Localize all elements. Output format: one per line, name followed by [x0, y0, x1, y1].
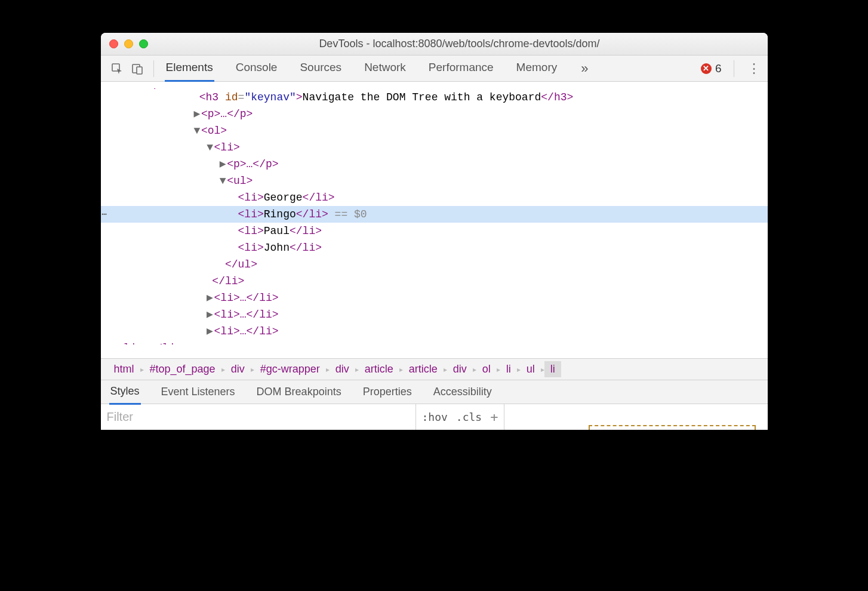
- panel-tabs: Elements Console Sources Network Perform…: [165, 55, 559, 82]
- dom-node[interactable]: ▶<li>…</li>: [101, 340, 768, 344]
- collapse-arrow-icon[interactable]: ▼: [206, 139, 214, 156]
- zoom-window-button[interactable]: [139, 39, 148, 48]
- crumb-li-selected[interactable]: li: [544, 361, 561, 377]
- hov-toggle[interactable]: :hov: [422, 411, 448, 423]
- dom-node[interactable]: ▶<li>…</li>: [101, 323, 768, 340]
- breadcrumb: html▸ #top_of_page▸ div▸ #gc-wrapper▸ di…: [101, 358, 768, 380]
- styles-toolbar: :hov .cls +: [101, 404, 768, 430]
- crumb-ol[interactable]: ol: [476, 361, 497, 377]
- subtab-event-listeners[interactable]: Event Listeners: [160, 380, 236, 404]
- crumb-div[interactable]: div: [447, 361, 473, 377]
- dom-node-li-ringo-selected[interactable]: <li>Ringo</li> == $0: [101, 206, 768, 223]
- toolbar-divider: [734, 60, 734, 77]
- new-style-rule-button[interactable]: +: [490, 410, 498, 424]
- collapse-arrow-icon[interactable]: ▼: [218, 173, 227, 189]
- crumb-article[interactable]: article: [403, 361, 444, 377]
- subtab-dom-breakpoints[interactable]: DOM Breakpoints: [256, 380, 343, 404]
- dom-node[interactable]: ▼<ol>: [101, 122, 768, 139]
- dom-node[interactable]: ▼<ul>: [101, 173, 768, 189]
- expand-arrow-icon[interactable]: ▶: [218, 156, 227, 173]
- crumb-div[interactable]: div: [330, 361, 355, 377]
- dom-node[interactable]: ▶<p>…</p>: [101, 84, 768, 89]
- dom-node[interactable]: </ul>: [101, 256, 768, 273]
- dom-node[interactable]: ▶<p>…</p>: [101, 106, 768, 122]
- crumb-ul[interactable]: ul: [521, 361, 541, 377]
- settings-menu-button[interactable]: ⋮: [740, 61, 768, 76]
- crumb-gc-wrapper[interactable]: #gc-wrapper: [254, 361, 326, 377]
- dom-node-li-george[interactable]: <li>George</li>: [101, 189, 768, 206]
- crumb-top-of-page[interactable]: #top_of_page: [144, 361, 221, 377]
- tab-network[interactable]: Network: [363, 55, 407, 82]
- dom-node[interactable]: ▶<li>…</li>: [101, 290, 768, 306]
- expand-arrow-icon[interactable]: ▶: [206, 323, 214, 340]
- expand-arrow-icon[interactable]: ▶: [206, 290, 214, 306]
- crumb-article[interactable]: article: [359, 361, 399, 377]
- tab-memory[interactable]: Memory: [515, 55, 559, 82]
- device-toolbar-icon[interactable]: [127, 63, 147, 75]
- cls-toggle[interactable]: .cls: [456, 411, 482, 423]
- minimize-window-button[interactable]: [124, 39, 133, 48]
- main-toolbar: Elements Console Sources Network Perform…: [101, 56, 768, 82]
- error-count: 6: [715, 62, 722, 75]
- devtools-window: DevTools - localhost:8080/web/tools/chro…: [101, 33, 768, 430]
- margin-box-icon: [589, 425, 756, 430]
- inspect-icon[interactable]: [107, 63, 127, 75]
- crumb-div[interactable]: div: [225, 361, 251, 377]
- error-count-badge[interactable]: ✕ 6: [701, 62, 722, 75]
- crumb-li[interactable]: li: [500, 361, 517, 377]
- crumb-html[interactable]: html: [108, 361, 140, 377]
- titlebar: DevTools - localhost:8080/web/tools/chro…: [101, 33, 768, 56]
- expand-arrow-icon[interactable]: ▶: [193, 106, 201, 122]
- dom-node-li-john[interactable]: <li>John</li>: [101, 239, 768, 256]
- box-model-preview: [504, 404, 767, 430]
- close-window-button[interactable]: [109, 39, 118, 48]
- dom-node[interactable]: ▶<p>…</p>: [101, 156, 768, 173]
- styles-subtabs: Styles Event Listeners DOM Breakpoints P…: [101, 380, 768, 404]
- tab-console[interactable]: Console: [235, 55, 279, 82]
- tab-sources[interactable]: Sources: [298, 55, 343, 82]
- styles-filter-input[interactable]: [106, 407, 411, 427]
- dom-node[interactable]: ▶<li>…</li>: [101, 306, 768, 323]
- dom-node[interactable]: ▼<li>: [101, 139, 768, 156]
- dom-tree[interactable]: ▶<p>…</p> <h3 id="keynav">Navigate the D…: [101, 82, 768, 358]
- filter-input-wrap: [101, 404, 416, 430]
- collapse-arrow-icon[interactable]: ▼: [193, 122, 201, 139]
- tab-elements[interactable]: Elements: [165, 55, 214, 82]
- dom-node[interactable]: </li>: [101, 273, 768, 290]
- tab-performance[interactable]: Performance: [427, 55, 495, 82]
- subtab-styles[interactable]: Styles: [109, 380, 141, 405]
- subtab-accessibility[interactable]: Accessibility: [432, 380, 493, 404]
- dom-node[interactable]: <h3 id="keynav">Navigate the DOM Tree wi…: [101, 89, 768, 106]
- window-title: DevTools - localhost:8080/web/tools/chro…: [160, 38, 759, 50]
- traffic-lights: [109, 39, 148, 48]
- style-toggles: :hov .cls +: [416, 404, 505, 430]
- toolbar-divider: [153, 60, 154, 77]
- svg-rect-2: [137, 67, 142, 74]
- subtab-properties[interactable]: Properties: [362, 380, 413, 404]
- error-icon: ✕: [701, 63, 712, 74]
- expand-arrow-icon[interactable]: ▶: [206, 306, 214, 323]
- more-tabs-button[interactable]: »: [576, 61, 593, 76]
- dom-node-li-paul[interactable]: <li>Paul</li>: [101, 223, 768, 239]
